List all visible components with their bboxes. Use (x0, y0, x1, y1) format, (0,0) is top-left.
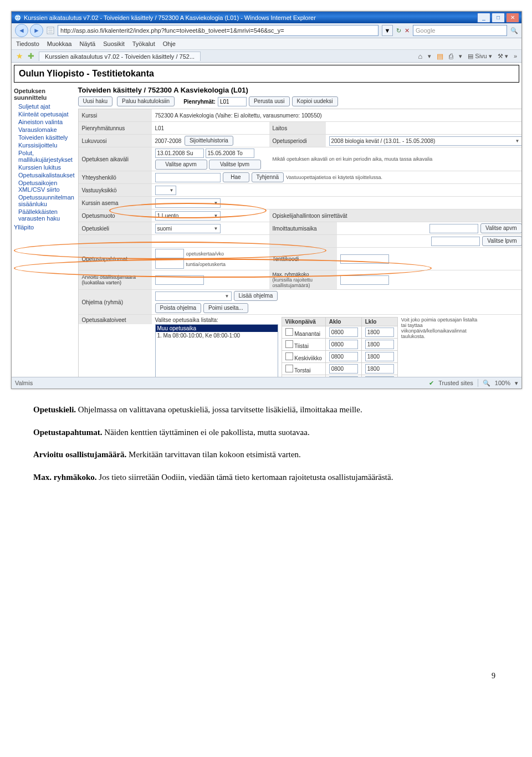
tuntia-kerta-input[interactable] (155, 259, 184, 269)
day-label: Maanantai (294, 331, 320, 337)
sidebar-item[interactable]: Toiveiden käsittely (14, 134, 75, 141)
aikavali-note: Mikäli opetuksen aikaväli on eri kuin pe… (269, 147, 522, 171)
forward-button[interactable]: ► (30, 24, 43, 37)
opetusaika-listbox[interactable]: Muu opetusaika 1. Ma 08:00-10:00, Ke 08:… (155, 324, 278, 377)
expand-icon[interactable]: » (514, 53, 517, 59)
paluu-button[interactable]: Paluu hakutuloksiin (117, 96, 175, 106)
day-checkbox[interactable] (285, 365, 293, 372)
hae-button[interactable]: Hae (223, 172, 249, 182)
poimi-useita-button[interactable]: Poimi useita... (203, 303, 248, 313)
aklo-input[interactable]: 0800 (329, 328, 358, 337)
sidebar-item[interactable]: Varauslomake (14, 126, 75, 134)
pienryhma-label: Pienryhmätunnus (79, 122, 152, 134)
browser-tab[interactable]: Kurssien aikataulutus v7.02 - Toiveiden … (39, 52, 201, 61)
close-button[interactable]: ✕ (506, 13, 519, 23)
feed-icon[interactable]: ▤ (437, 52, 443, 60)
opetusperiodi-select[interactable]: 2008 biologia kevät / (13.01. - 15.05.20… (329, 136, 522, 146)
ohjelma-select[interactable]: ▼ (155, 291, 232, 301)
go-button[interactable]: ▼ (382, 25, 393, 36)
page-menu[interactable]: ▤ Sivu ▾ (468, 53, 492, 60)
yhteyshenkilo-input[interactable] (155, 173, 221, 182)
sidebar-item[interactable]: Kurssisijoittelu (14, 141, 75, 149)
url-input[interactable]: http://asp.asio.fi/kalenterit2/index.php… (58, 25, 378, 36)
lklo-input[interactable]: 1800 (365, 340, 394, 349)
kurssi-label: Kurssi (79, 109, 152, 121)
add-favorite-icon[interactable]: ✚ (28, 52, 34, 60)
day-checkbox[interactable] (285, 328, 293, 336)
valitse-apvm-button[interactable]: Valitse apvm (155, 160, 207, 170)
favorites-icon[interactable]: ★ (16, 52, 23, 60)
laitos-label: Laitos (269, 122, 326, 134)
status-bar: Valmis ✔ Trusted sites 🔍 100%▾ (12, 377, 521, 388)
tenttikoodi-input[interactable] (340, 254, 389, 264)
term-opetuskieli: Opetuskieli. (33, 405, 76, 414)
ilmo-lpvm-input[interactable] (431, 237, 480, 246)
valitse-lpvm-button[interactable]: Valitse lpvm (209, 160, 261, 170)
home-icon[interactable]: ⌂ (418, 52, 422, 60)
sidebar-item[interactable]: Suljetut ajat (14, 103, 75, 110)
aklo-input[interactable]: 0800 (329, 364, 358, 374)
sidebar-item[interactable]: Polut, mallilukujärjestykset (14, 149, 75, 163)
vastuuyksikko-label: Vastuuyksikkö (79, 184, 152, 196)
listbox-title: Valitse opetusaika listalta: (155, 317, 278, 323)
aklo-input[interactable]: 0800 (329, 352, 358, 361)
sidebar-item[interactable]: Opetusaikojen XML/CSV siirto (14, 179, 75, 193)
print-icon[interactable]: ⎙ (449, 52, 453, 60)
uusi-haku-button[interactable]: Uusi haku (78, 96, 112, 106)
search-button[interactable]: 🔍 (510, 27, 518, 34)
max-button[interactable]: □ (492, 13, 505, 23)
menu-tiedosto[interactable]: Tiedosto (16, 40, 39, 47)
sidebar-item[interactable]: Opetusaikalistaukset (14, 171, 75, 179)
tyhjenna-button[interactable]: Tyhjennä (252, 172, 284, 182)
sidebar-item[interactable]: Kurssien lukitus (14, 163, 75, 171)
list-item[interactable]: 1. Ma 08:00-10:00, Ke 08:00-1:00 (156, 332, 278, 339)
yhteyshenkilo-note: Vastuuopettajatietoa ei käytetä sijoitte… (286, 175, 382, 180)
ilmo-apvm-input[interactable] (429, 224, 478, 233)
arvioitu-input[interactable] (155, 275, 204, 285)
perusta-uusi-button[interactable]: Perusta uusi (249, 96, 290, 106)
loppupvm-input[interactable]: 15.05.2008 To (206, 149, 254, 158)
kertaa-vko-input[interactable] (155, 249, 184, 258)
asema-select[interactable]: ▼ (155, 198, 221, 208)
ilmo-apvm-button[interactable]: Valitse apvm (480, 223, 521, 233)
sidebar-item[interactable]: Opetussuunnitelman sisäänluku (14, 193, 75, 208)
vastuuyksikko-select[interactable]: ▼ (155, 186, 176, 195)
back-button[interactable]: ◄ (15, 24, 28, 37)
term-arvioitu: Arvioitu osallistujamäärä. (33, 450, 126, 459)
sidebar-item[interactable]: Kiinteät opetusajat (14, 110, 75, 118)
refresh-icon[interactable]: ↻ (396, 27, 401, 34)
day-label: Keskiviikko (294, 355, 321, 361)
stop-icon[interactable]: ✕ (405, 27, 410, 34)
list-item[interactable]: Muu opetusaika (156, 325, 278, 332)
min-button[interactable]: _ (477, 13, 490, 23)
search-input[interactable]: Google (413, 25, 507, 36)
kopioi-uudeksi-button[interactable]: Kopioi uudeksi (292, 96, 338, 106)
ilmo-lpvm-button[interactable]: Valitse lpvm (482, 236, 521, 246)
zoom-icon[interactable]: 🔍 (483, 380, 490, 387)
menu-muokkaa[interactable]: Muokkaa (47, 40, 72, 47)
sijoitteluhistoria-button[interactable]: Sijoitteluhistoria (185, 136, 233, 146)
menu-tyokalut[interactable]: Työkalut (132, 40, 155, 47)
max-ryhmakoko-input[interactable] (340, 275, 389, 285)
sidebar-item[interactable]: Päällekkäisten varausten haku (14, 208, 75, 222)
poista-ohjelma-button[interactable]: Poista ohjelma (155, 303, 202, 313)
opetuskieli-select[interactable]: suomi▼ (155, 224, 221, 233)
sidebar-section-1: Opetuksen suunnittelu (14, 86, 75, 103)
menu-suosikit[interactable]: Suosikit (103, 40, 125, 47)
day-checkbox[interactable] (285, 352, 293, 360)
aklo-input[interactable]: 0800 (329, 340, 358, 349)
pienryhmat-value: L01 (218, 97, 247, 106)
alkupvm-input[interactable]: 13.01.2008 Su (155, 149, 204, 158)
lisaa-ohjelma-button[interactable]: Lisää ohjelma (234, 291, 278, 301)
lklo-input[interactable]: 1800 (365, 328, 394, 337)
opetusmuoto-select[interactable]: 1 Luento▼ (155, 211, 221, 221)
lklo-input[interactable]: 1800 (365, 364, 394, 374)
p1-text: Ohjelmassa on valittavana opetuskieliä, … (76, 405, 362, 414)
menu-ohje[interactable]: Ohje (163, 40, 176, 47)
kertaa-vko-label: opetuskertaa/vko (186, 251, 224, 257)
lklo-input[interactable]: 1800 (365, 352, 394, 361)
sidebar-item[interactable]: Aineiston valinta (14, 118, 75, 126)
day-checkbox[interactable] (285, 340, 293, 348)
tools-menu[interactable]: ⚒ ▾ (498, 53, 508, 60)
menu-nayta[interactable]: Näytä (79, 40, 95, 47)
